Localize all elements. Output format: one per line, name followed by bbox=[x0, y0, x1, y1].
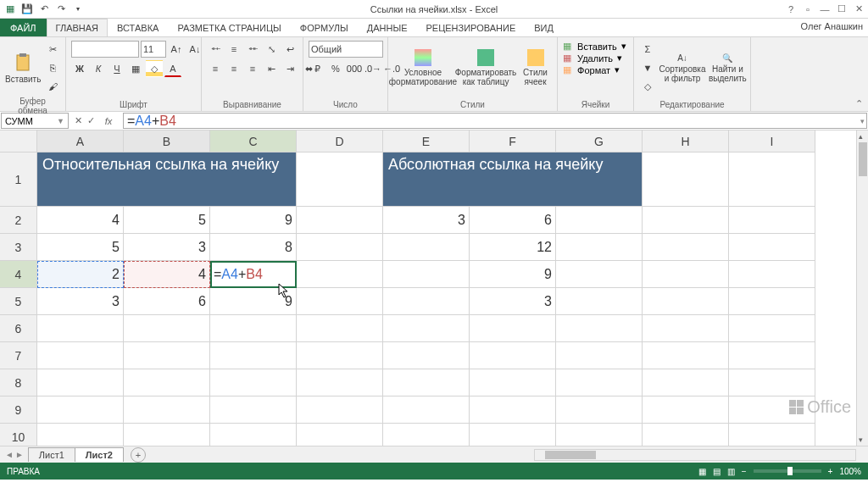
cell-E10[interactable] bbox=[383, 424, 470, 446]
sheet-tab-2[interactable]: Лист2 bbox=[75, 447, 124, 462]
cell-C7[interactable] bbox=[210, 342, 297, 369]
zoom-level[interactable]: 100% bbox=[839, 467, 861, 476]
cell-G3[interactable] bbox=[556, 234, 643, 261]
expand-formula-bar-icon[interactable]: ▾ bbox=[860, 117, 865, 125]
cell-B2[interactable]: 5 bbox=[124, 207, 210, 234]
row-10[interactable]: 10 bbox=[0, 424, 37, 446]
cell-B9[interactable] bbox=[124, 396, 210, 424]
row-4[interactable]: 4 bbox=[0, 261, 37, 288]
cell-I5[interactable] bbox=[729, 288, 815, 315]
cell-E2[interactable]: 3 bbox=[383, 207, 470, 234]
cell-A3[interactable]: 5 bbox=[37, 234, 124, 261]
col-H[interactable]: H bbox=[643, 130, 729, 152]
font-family-combo[interactable] bbox=[71, 41, 139, 58]
format-cells-button[interactable]: ▦ Формат ▾ bbox=[563, 64, 620, 75]
cell-A6[interactable] bbox=[37, 315, 124, 342]
cut-icon[interactable]: ✂ bbox=[44, 41, 61, 58]
cell-F2[interactable]: 6 bbox=[470, 207, 556, 234]
cell-E6[interactable] bbox=[383, 315, 470, 342]
paste-button[interactable]: Вставить bbox=[5, 41, 41, 95]
cell-E3[interactable] bbox=[383, 234, 470, 261]
cell-styles-button[interactable]: Стили ячеек bbox=[519, 41, 552, 95]
cell-H1[interactable] bbox=[643, 152, 729, 207]
cell-H2[interactable] bbox=[643, 207, 729, 234]
cell-H3[interactable] bbox=[643, 234, 729, 261]
cell-I8[interactable] bbox=[729, 369, 815, 396]
zoom-out-icon[interactable]: − bbox=[742, 467, 747, 476]
sort-filter-button[interactable]: A↓ Сортировка и фильтр bbox=[659, 41, 705, 95]
tab-page-layout[interactable]: РАЗМЕТКА СТРАНИЦЫ bbox=[168, 19, 290, 36]
cell-I2[interactable] bbox=[729, 207, 815, 234]
font-size-combo[interactable]: 11 bbox=[141, 41, 166, 58]
font-color-icon[interactable]: A bbox=[164, 60, 181, 77]
cell-B4[interactable]: 4 bbox=[124, 261, 210, 288]
cell-D1[interactable] bbox=[297, 152, 383, 207]
italic-button[interactable]: К bbox=[90, 60, 107, 77]
row-3[interactable]: 3 bbox=[0, 234, 37, 261]
decrease-indent-icon[interactable]: ⇤ bbox=[263, 60, 280, 77]
cell-E4[interactable] bbox=[383, 261, 470, 288]
cell-B3[interactable]: 3 bbox=[124, 234, 210, 261]
cell-D6[interactable] bbox=[297, 315, 383, 342]
cell-I6[interactable] bbox=[729, 315, 815, 342]
cell-C5[interactable]: 9 bbox=[210, 288, 297, 315]
ribbon-options-icon[interactable]: ▫ bbox=[802, 3, 814, 15]
help-icon[interactable]: ? bbox=[785, 3, 797, 15]
col-C[interactable]: C bbox=[210, 130, 297, 152]
percent-icon[interactable]: % bbox=[327, 60, 344, 77]
cell-B5[interactable]: 6 bbox=[124, 288, 210, 315]
cell-E9[interactable] bbox=[383, 396, 470, 424]
align-middle-icon[interactable]: ≡ bbox=[225, 41, 242, 58]
row-7[interactable]: 7 bbox=[0, 342, 37, 369]
minimize-icon[interactable]: — bbox=[819, 3, 831, 15]
cell-B8[interactable] bbox=[124, 369, 210, 396]
close-icon[interactable]: ✕ bbox=[853, 3, 865, 15]
cell-E5[interactable] bbox=[383, 288, 470, 315]
align-top-icon[interactable]: ⬴ bbox=[207, 41, 224, 58]
format-painter-icon[interactable]: 🖌 bbox=[44, 78, 61, 95]
wrap-text-icon[interactable]: ↩ bbox=[281, 41, 298, 58]
cell-G10[interactable] bbox=[556, 424, 643, 446]
cell-H10[interactable] bbox=[643, 424, 729, 446]
row-8[interactable]: 8 bbox=[0, 369, 37, 396]
tab-review[interactable]: РЕЦЕНЗИРОВАНИЕ bbox=[416, 19, 525, 36]
zoom-slider[interactable] bbox=[754, 469, 821, 473]
cell-H7[interactable] bbox=[643, 342, 729, 369]
spreadsheet-grid[interactable]: A B C D E F G H I 1 Относительная ссылка… bbox=[0, 130, 868, 446]
cell-D2[interactable] bbox=[297, 207, 383, 234]
cell-I1[interactable] bbox=[729, 152, 815, 207]
redo-icon[interactable]: ↷ bbox=[54, 3, 68, 16]
formula-input[interactable]: =A4+B4 ▾ bbox=[123, 113, 867, 129]
conditional-formatting-button[interactable]: Условное форматирование bbox=[393, 41, 453, 95]
cell-H6[interactable] bbox=[643, 315, 729, 342]
cell-F9[interactable] bbox=[470, 396, 556, 424]
zoom-in-icon[interactable]: + bbox=[828, 467, 833, 476]
cell-A5[interactable]: 3 bbox=[37, 288, 124, 315]
sheet-tab-1[interactable]: Лист1 bbox=[28, 447, 75, 462]
tab-home[interactable]: ГЛАВНАЯ bbox=[47, 19, 108, 36]
insert-cells-button[interactable]: ▦ Вставить ▾ bbox=[563, 41, 626, 52]
tab-data[interactable]: ДАННЫЕ bbox=[358, 19, 417, 36]
cell-A1[interactable]: Относительная ссылка на ячейку bbox=[37, 152, 297, 207]
cell-F6[interactable] bbox=[470, 315, 556, 342]
cell-F5[interactable]: 3 bbox=[470, 288, 556, 315]
cell-H5[interactable] bbox=[643, 288, 729, 315]
add-sheet-button[interactable]: + bbox=[131, 447, 146, 463]
cell-D9[interactable] bbox=[297, 396, 383, 424]
cell-C2[interactable]: 9 bbox=[210, 207, 297, 234]
border-icon[interactable]: ▦ bbox=[127, 60, 144, 77]
cell-G8[interactable] bbox=[556, 369, 643, 396]
cell-C8[interactable] bbox=[210, 369, 297, 396]
row-2[interactable]: 2 bbox=[0, 207, 37, 234]
row-6[interactable]: 6 bbox=[0, 315, 37, 342]
cell-G2[interactable] bbox=[556, 207, 643, 234]
cell-H9[interactable] bbox=[643, 396, 729, 424]
tab-insert[interactable]: ВСТАВКА bbox=[108, 19, 168, 36]
cell-H4[interactable] bbox=[643, 261, 729, 288]
clear-icon[interactable]: ◇ bbox=[639, 78, 656, 95]
cell-C3[interactable]: 8 bbox=[210, 234, 297, 261]
fill-icon[interactable]: ▼ bbox=[639, 59, 656, 76]
cell-G5[interactable] bbox=[556, 288, 643, 315]
cell-B7[interactable] bbox=[124, 342, 210, 369]
vertical-scrollbar[interactable] bbox=[856, 130, 868, 446]
